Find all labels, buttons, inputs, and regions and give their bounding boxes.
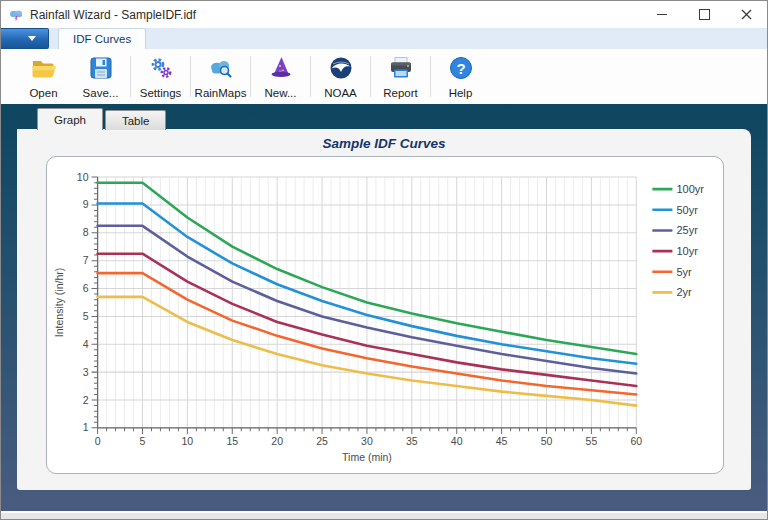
legend-item-5yr: 5yr [652, 266, 692, 278]
svg-text:25: 25 [316, 435, 328, 447]
toolbar-separator [430, 56, 431, 97]
legend-item-50yr: 50yr [652, 204, 698, 216]
legend: 100yr50yr25yr10yr5yr2yr [652, 183, 704, 298]
close-icon [741, 9, 752, 20]
svg-text:60: 60 [630, 435, 642, 447]
legend-label: 5yr [676, 266, 692, 278]
svg-text:35: 35 [406, 435, 418, 447]
floppy-disk-icon [87, 54, 115, 86]
chart-title: Sample IDF Curves [17, 129, 751, 154]
toolbar-separator [370, 56, 371, 97]
chart-panel: 05101520253035404550556012345678910Time … [46, 156, 724, 474]
svg-text:45: 45 [496, 435, 508, 447]
toolbar-separator [310, 56, 311, 97]
maximize-icon [699, 9, 710, 20]
toolbar-separator [250, 56, 251, 97]
svg-text:30: 30 [361, 435, 373, 447]
svg-text:6: 6 [83, 282, 89, 294]
svg-text:?: ? [456, 60, 465, 77]
question-mark-icon: ? [447, 54, 475, 86]
folder-open-icon [30, 54, 58, 86]
tab-table[interactable]: Table [105, 110, 167, 130]
cloud-search-icon [207, 54, 235, 86]
svg-text:15: 15 [226, 435, 238, 447]
rain-cloud-icon [8, 7, 24, 23]
toolbar-button-label: Report [383, 87, 418, 99]
help-button[interactable]: ?Help [432, 49, 489, 104]
toolbar-button-label: Save... [83, 87, 119, 99]
wizard-hat-icon [267, 54, 295, 86]
x-axis-label: Time (min) [342, 451, 392, 463]
legend-item-10yr: 10yr [652, 245, 698, 257]
toolbar-button-label: Open [29, 87, 57, 99]
toolbar-button-label: Help [449, 87, 473, 99]
toolbar-separator [190, 56, 191, 97]
open-button[interactable]: Open [15, 49, 72, 104]
svg-text:10: 10 [182, 435, 194, 447]
close-button[interactable] [725, 1, 767, 28]
minimize-icon [657, 14, 667, 15]
printer-icon [387, 54, 415, 86]
svg-text:20: 20 [271, 435, 283, 447]
report-button[interactable]: Report [372, 49, 429, 104]
toolbar-button-label: RainMaps [195, 87, 247, 99]
svg-text:4: 4 [83, 338, 89, 350]
save-button[interactable]: Save... [72, 49, 129, 104]
ribbon-tab-idf-curves[interactable]: IDF Curves [58, 28, 146, 49]
ribbon-tab-strip: IDF Curves [1, 28, 767, 49]
idf-chart: 05101520253035404550556012345678910Time … [47, 157, 723, 473]
window-title: Rainfall Wizard - SampleIDF.idf [30, 8, 196, 22]
svg-text:0: 0 [95, 435, 101, 447]
window-footer [1, 511, 767, 519]
svg-text:2: 2 [83, 394, 89, 406]
svg-text:5: 5 [83, 310, 89, 322]
y-axis-label: Intensity (in/hr) [53, 268, 65, 338]
svg-text:3: 3 [83, 366, 89, 378]
dropdown-caret-icon [28, 36, 36, 41]
legend-item-2yr: 2yr [652, 286, 692, 298]
svg-text:55: 55 [586, 435, 598, 447]
legend-label: 2yr [676, 286, 692, 298]
toolbar-separator [130, 56, 131, 97]
settings-button[interactable]: Settings [132, 49, 189, 104]
legend-label: 50yr [676, 204, 698, 216]
graph-table-tabs: GraphTable [17, 108, 751, 130]
graph-page: Sample IDF Curves 0510152025303540455055… [17, 129, 751, 490]
svg-text:50: 50 [541, 435, 553, 447]
svg-text:1: 1 [83, 421, 89, 433]
legend-item-25yr: 25yr [652, 224, 698, 236]
rainmaps-button[interactable]: RainMaps [192, 49, 249, 104]
svg-text:8: 8 [83, 226, 89, 238]
legend-label: 100yr [676, 183, 704, 195]
legend-item-100yr: 100yr [652, 183, 704, 195]
svg-text:7: 7 [83, 254, 89, 266]
svg-text:9: 9 [83, 198, 89, 210]
tab-graph[interactable]: Graph [37, 108, 103, 130]
toolbar-button-label: NOAA [324, 87, 357, 99]
legend-label: 25yr [676, 224, 698, 236]
toolbar-button-label: New... [265, 87, 297, 99]
noaa-logo-icon [327, 54, 355, 86]
title-bar: Rainfall Wizard - SampleIDF.idf [1, 1, 767, 28]
new-button[interactable]: New... [252, 49, 309, 104]
svg-text:10: 10 [77, 171, 89, 183]
tab-page-frame: GraphTable Sample IDF Curves 05101520253… [1, 104, 767, 511]
maximize-button[interactable] [683, 1, 725, 28]
legend-label: 10yr [676, 245, 698, 257]
app-window: Rainfall Wizard - SampleIDF.idf IDF Curv… [0, 0, 768, 520]
svg-text:40: 40 [451, 435, 463, 447]
toolbar: OpenSave...SettingsRainMapsNew...NOAARep… [1, 49, 767, 104]
app-menu-button[interactable] [1, 28, 49, 49]
minimize-button[interactable] [641, 1, 683, 28]
svg-text:5: 5 [140, 435, 146, 447]
window-controls [641, 1, 767, 28]
noaa-button[interactable]: NOAA [312, 49, 369, 104]
toolbar-button-label: Settings [140, 87, 182, 99]
gears-icon [147, 54, 175, 86]
